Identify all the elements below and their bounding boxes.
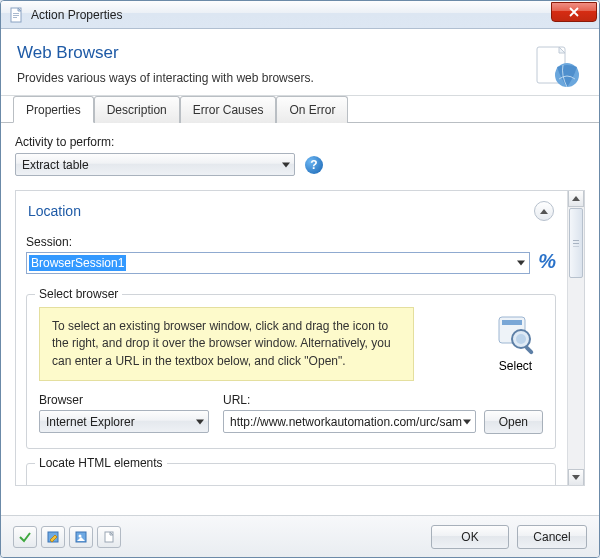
session-label: Session:: [26, 235, 556, 249]
browser-combo[interactable]: Internet Explorer: [39, 410, 209, 433]
pencil-icon: [46, 530, 60, 544]
activity-combo[interactable]: Extract table: [15, 153, 295, 176]
chevron-down-icon: [196, 419, 204, 424]
document-icon: [9, 7, 25, 23]
ok-button[interactable]: OK: [431, 525, 509, 549]
dialog-footer: OK Cancel: [1, 515, 599, 557]
scroll-thumb[interactable]: [569, 208, 583, 278]
open-button[interactable]: Open: [484, 410, 543, 434]
titlebar: Action Properties: [1, 1, 599, 29]
svg-rect-7: [502, 320, 522, 325]
image-mini-button[interactable]: [69, 526, 93, 548]
new-mini-button[interactable]: [97, 526, 121, 548]
properties-scroll-area: Location Session: BrowserSession1 %: [15, 190, 585, 486]
triangle-down-icon: [572, 475, 580, 480]
tab-description[interactable]: Description: [94, 96, 180, 123]
edit-mini-button[interactable]: [41, 526, 65, 548]
magnifier-icon: [495, 313, 537, 355]
collapse-button[interactable]: [534, 201, 554, 221]
cancel-button[interactable]: Cancel: [517, 525, 587, 549]
session-value: BrowserSession1: [29, 255, 126, 271]
dialog-header: Web Browser Provides various ways of int…: [1, 29, 599, 96]
document-icon: [102, 530, 116, 544]
vertical-scrollbar[interactable]: [567, 191, 584, 485]
scroll-up-button[interactable]: [568, 191, 584, 207]
activity-label: Activity to perform:: [15, 135, 585, 149]
locate-elements-group: Locate HTML elements: [26, 463, 556, 485]
activity-combo-value: Extract table: [22, 158, 89, 172]
check-icon: [18, 530, 32, 544]
chevron-down-icon: [463, 419, 471, 424]
svg-rect-2: [13, 15, 19, 16]
svg-point-13: [79, 534, 82, 537]
tab-bar: Properties Description Error Causes On E…: [1, 95, 599, 123]
svg-rect-1: [13, 13, 19, 14]
svg-rect-3: [13, 17, 17, 18]
select-label: Select: [488, 359, 543, 373]
tab-on-error[interactable]: On Error: [276, 96, 348, 123]
web-globe-icon: [533, 43, 581, 91]
confirm-mini-button[interactable]: [13, 526, 37, 548]
dialog-window: Action Properties Web Browser Provides v…: [0, 0, 600, 558]
tab-properties[interactable]: Properties: [13, 96, 94, 123]
select-browser-group-title: Select browser: [35, 287, 122, 301]
tab-panel-properties: Activity to perform: Extract table ? Loc…: [1, 123, 599, 515]
locate-elements-group-title: Locate HTML elements: [35, 456, 167, 470]
help-icon[interactable]: ?: [305, 156, 323, 174]
browser-label: Browser: [39, 393, 209, 407]
close-icon: [568, 7, 580, 17]
url-label: URL:: [223, 393, 543, 407]
url-combo[interactable]: http://www.networkautomation.com/urc/sam: [223, 410, 476, 433]
page-title: Web Browser: [17, 43, 583, 63]
location-section-title: Location: [28, 203, 81, 219]
triangle-up-icon: [572, 196, 580, 201]
chevron-down-icon: [282, 162, 290, 167]
percent-variable-button[interactable]: %: [538, 250, 556, 273]
select-browser-hint: To select an existing browser window, cl…: [39, 307, 414, 381]
select-drag-target[interactable]: Select: [488, 313, 543, 373]
window-title: Action Properties: [31, 8, 551, 22]
browser-combo-value: Internet Explorer: [46, 415, 135, 429]
session-combo[interactable]: BrowserSession1: [26, 252, 530, 274]
close-button[interactable]: [551, 2, 597, 22]
page-subtitle: Provides various ways of interacting wit…: [17, 71, 583, 85]
select-browser-group: Select browser To select an existing bro…: [26, 294, 556, 449]
url-value: http://www.networkautomation.com/urc/sam: [230, 415, 462, 429]
chevron-up-icon: [540, 209, 548, 214]
chevron-down-icon: [517, 261, 525, 266]
tab-error-causes[interactable]: Error Causes: [180, 96, 277, 123]
svg-point-9: [516, 334, 526, 344]
image-icon: [74, 530, 88, 544]
scroll-down-button[interactable]: [568, 469, 584, 485]
svg-rect-10: [524, 345, 534, 355]
